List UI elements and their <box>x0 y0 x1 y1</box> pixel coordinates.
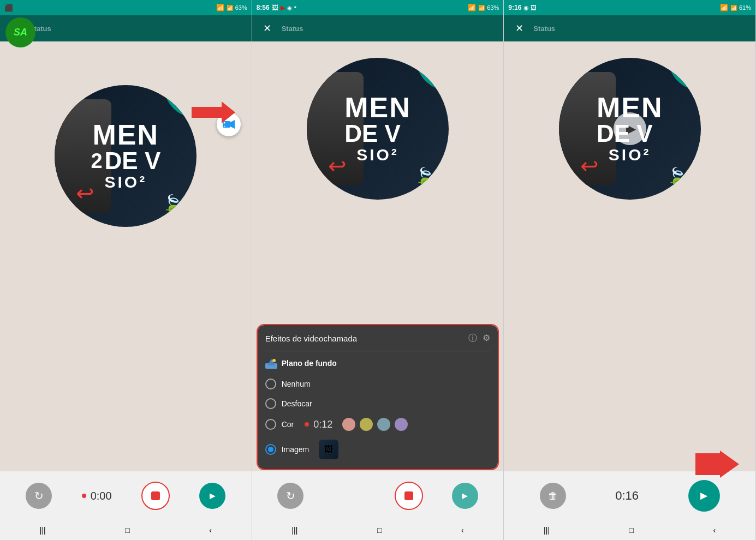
color-swatch-1[interactable] <box>342 418 355 431</box>
color-swatch-2[interactable] <box>360 418 373 431</box>
nav-home-icon[interactable]: □ <box>125 526 129 535</box>
status-right-2: 📶 📶 63% <box>468 4 499 11</box>
sticker-arrow-2: ↩ <box>328 153 347 178</box>
trash-icon: 🗑 <box>548 490 558 502</box>
main-content-1: + MEN 2 DE V SIO² ↩ 🍃 <box>0 41 252 471</box>
status-right-3: 📶 📶 61% <box>720 4 751 11</box>
nav-bar-3: ||| □ ‹ <box>504 520 755 540</box>
label-desfocar: Desfocar <box>282 399 312 408</box>
rotate-button-1[interactable]: ↻ <box>26 483 52 509</box>
red-arrow-3 <box>695 451 739 480</box>
record-dot-2 <box>305 422 309 427</box>
wifi-icon: 📶 <box>216 4 224 11</box>
option-nenhum[interactable]: Nenhum <box>265 374 491 394</box>
timer-value-2: 0:12 <box>313 419 332 430</box>
status-bar-2: 8:56 🖼 ▶ ◉ • 📶 📶 63% <box>252 0 504 15</box>
contact-name-1: Status <box>29 25 240 33</box>
color-swatches <box>342 418 408 431</box>
status-left-3: 9:16 ◉ 🖼 <box>508 4 537 11</box>
option-desfocar[interactable]: Desfocar <box>265 394 491 413</box>
close-button-3[interactable]: ✕ <box>510 20 528 37</box>
sticker-leaf-3: 🍃 <box>666 166 687 185</box>
nav-back-icon-3[interactable]: ‹ <box>713 526 716 535</box>
status-left-1: ⬛ <box>4 4 13 12</box>
info-icon[interactable]: ⓘ <box>468 333 477 344</box>
timer-display-1: 0:00 <box>82 490 112 502</box>
status-icons-3: ◉ 🖼 <box>523 4 537 11</box>
contact-name-3: Status <box>533 25 749 33</box>
battery-label-1: 63% <box>235 4 247 11</box>
nav-back-icon[interactable]: ‹ <box>209 526 212 535</box>
avatar-3: MEN DE V SIO² ↩ 🍃 ▶ <box>559 58 701 200</box>
close-button-2[interactable]: ✕ <box>259 20 276 37</box>
option-imagem[interactable]: Imagem 🖼 <box>265 435 491 464</box>
stop-record-button-1[interactable] <box>141 482 170 510</box>
sticker-text-visio-2: SIO² <box>344 146 411 164</box>
option-cor[interactable]: Cor 0:12 <box>265 413 491 435</box>
radio-cor[interactable] <box>265 419 276 430</box>
send-icon-3: ► <box>698 489 710 503</box>
dot-icon-2: • <box>294 4 296 11</box>
stop-record-button-2[interactable] <box>395 482 423 510</box>
sticker-text-visio-3: SIO² <box>597 146 663 164</box>
label-nenhum: Nenhum <box>282 380 311 388</box>
yt-icon-2: ▶ <box>281 4 285 11</box>
sticker-text-visio: SIO² <box>91 173 160 191</box>
label-imagem: Imagem <box>282 445 309 454</box>
signal-icon: 📶 <box>227 5 233 11</box>
send-button-1[interactable]: ► <box>199 483 225 509</box>
nav-home-icon-2[interactable]: □ <box>377 526 382 535</box>
main-content-3: MEN DE V SIO² ↩ 🍃 ▶ <box>504 41 755 471</box>
signal-icon-3: 📶 <box>730 5 737 11</box>
nav-recent-icon-3[interactable]: ||| <box>544 526 550 535</box>
nav-recent-icon[interactable]: ||| <box>40 526 46 535</box>
timer-display-3: 0:16 <box>615 489 639 503</box>
top-bar-3: ✕ Status <box>504 15 755 41</box>
status-bar-1: ⬛ 📶 📶 63% <box>0 0 252 15</box>
radio-imagem[interactable] <box>265 444 276 455</box>
effects-header-icons: ⓘ ⚙ <box>468 333 490 344</box>
nav-bar-2: ||| □ ‹ <box>252 520 504 540</box>
panel-2: 8:56 🖼 ▶ ◉ • 📶 📶 63% ✕ Status MEN D <box>252 0 504 540</box>
sticker-text-men-3: MEN <box>597 93 663 122</box>
battery-label-2: 63% <box>487 4 499 11</box>
svg-marker-0 <box>192 101 235 123</box>
radio-desfocar[interactable] <box>265 398 276 409</box>
trash-button-3[interactable]: 🗑 <box>540 483 566 509</box>
svg-marker-8 <box>695 451 739 478</box>
send-icon-1: ► <box>207 490 217 502</box>
signal-icon-2: ◉ <box>287 5 292 11</box>
send-button-3[interactable]: ► <box>688 480 720 512</box>
separator <box>265 351 491 351</box>
bottom-bar-2: ↻ ► <box>252 471 504 520</box>
timer-value-3: 0:16 <box>615 489 639 503</box>
color-swatch-3[interactable] <box>377 418 390 431</box>
signal-icon-2b: 📶 <box>478 5 485 11</box>
section-background: Plano de fundo <box>265 353 491 374</box>
section-label: Plano de fundo <box>282 359 337 368</box>
image-thumbnail[interactable]: 🖼 <box>319 440 338 459</box>
status-bar-3: 9:16 ◉ 🖼 📶 📶 61% <box>504 0 755 15</box>
app-logo: SA <box>5 17 35 47</box>
sticker-text-men: MEN <box>91 121 160 149</box>
panel-3: 9:16 ◉ 🖼 📶 📶 61% ✕ Status MEN DE V <box>504 0 756 540</box>
time-label-2: 8:56 <box>257 4 270 11</box>
avatar-2: MEN DE V SIO² ↩ 🍃 <box>307 58 449 200</box>
settings-icon[interactable]: ⚙ <box>483 333 490 344</box>
rotate-icon-2: ↻ <box>286 489 295 502</box>
timer-value-1: 0:00 <box>91 490 112 502</box>
svg-point-7 <box>272 359 276 362</box>
nav-back-icon-2[interactable]: ‹ <box>461 526 464 535</box>
panel-1: ⬛ 📶 📶 63% ← Status SA + <box>0 0 252 540</box>
mountain-icon <box>265 358 277 369</box>
send-button-2[interactable]: ► <box>452 483 478 509</box>
top-bar-1: ← Status <box>0 15 252 41</box>
radio-nenhum[interactable] <box>265 379 276 389</box>
nav-recent-icon-2[interactable]: ||| <box>291 526 297 535</box>
battery-label-3: 61% <box>739 4 751 11</box>
photo-icon-2: 🖼 <box>272 4 278 11</box>
nav-home-icon-3[interactable]: □ <box>629 526 634 535</box>
color-swatch-4[interactable] <box>395 418 408 431</box>
screen-record-icon: ⬛ <box>4 4 13 12</box>
rotate-button-2[interactable]: ↻ <box>277 483 303 509</box>
